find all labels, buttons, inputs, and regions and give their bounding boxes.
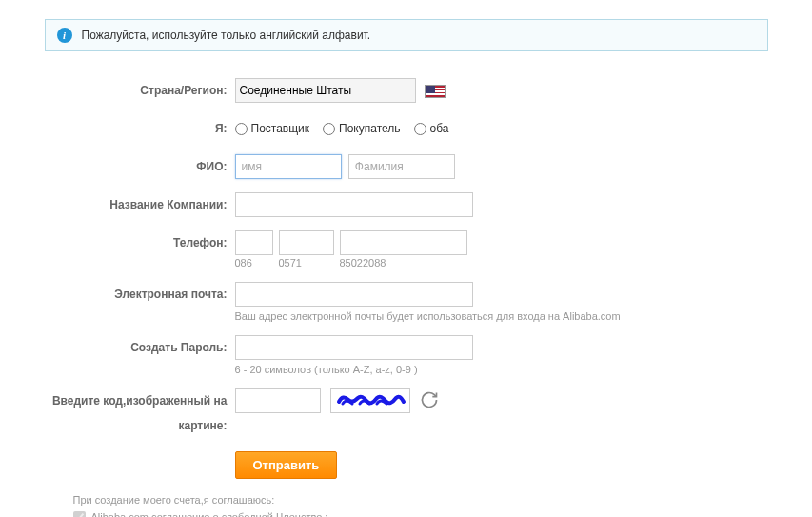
phone-ac-hint: 0571 (279, 257, 334, 268)
info-icon: i (57, 28, 72, 43)
radio-both[interactable]: оба (414, 116, 449, 141)
country-select[interactable]: Соединенные Штаты (235, 78, 416, 103)
email-input[interactable] (235, 282, 473, 307)
submit-button[interactable]: Отправить (235, 451, 338, 479)
phone-number-input[interactable] (340, 230, 467, 255)
label-iam: Я: (45, 116, 235, 141)
last-name-input[interactable] (348, 154, 455, 179)
phone-country-code-input[interactable] (235, 230, 273, 255)
radio-buyer[interactable]: Покупатель (323, 116, 400, 141)
radio-both-input[interactable] (414, 123, 426, 135)
info-banner: i Пожалуйста, используйте только английс… (45, 19, 768, 51)
first-name-input[interactable] (235, 154, 342, 179)
label-company: Название Компании: (45, 192, 235, 217)
label-fullname: ФИО: (45, 154, 235, 179)
label-phone: Телефон: (45, 230, 235, 255)
phone-num-hint: 85022088 (340, 257, 467, 268)
captcha-input[interactable] (235, 388, 321, 413)
label-email: Электронная почта: (45, 282, 235, 307)
company-input[interactable] (235, 192, 473, 217)
refresh-captcha-icon[interactable] (420, 390, 439, 412)
radio-supplier-input[interactable] (235, 123, 248, 135)
radio-buyer-input[interactable] (323, 123, 335, 135)
password-input[interactable] (235, 335, 473, 360)
label-password: Создать Пароль: (45, 335, 235, 360)
label-country: Страна/Регион: (45, 78, 235, 103)
flag-icon (425, 85, 446, 98)
captcha-image (330, 388, 410, 413)
password-hint: 6 - 20 символов (только A-Z, a-z, 0-9 ) (235, 364, 768, 375)
phone-cc-hint: 086 (235, 257, 273, 268)
agree-checkbox-1[interactable] (73, 511, 86, 517)
agree-intro: При создание моего счета,я соглашаюсь: (73, 492, 768, 509)
email-hint: Ваш адрес электронной почты будет исполь… (235, 310, 768, 322)
agree-text-1: Alibaba.com соглашение о свободной Членс… (91, 509, 328, 517)
radio-supplier[interactable]: Поставщик (235, 116, 310, 141)
info-text: Пожалуйста, используйте только английски… (82, 29, 371, 42)
phone-area-code-input[interactable] (279, 230, 334, 255)
label-captcha: Введите код,изображенный на картине: (45, 388, 235, 438)
